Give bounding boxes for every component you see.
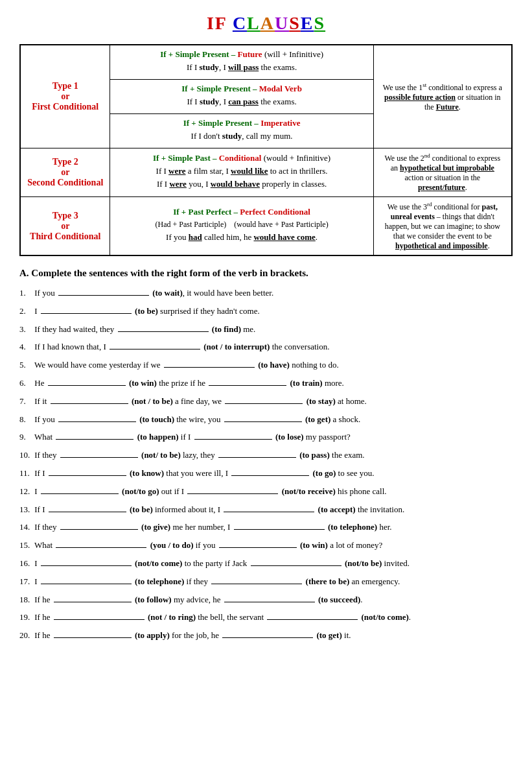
type1-desc: We use the 1st conditional to express a … <box>373 45 512 148</box>
grammar-table: Type 1orFirst Conditional If + Simple Pr… <box>19 44 513 256</box>
list-item: 7. If it (not / to be) a fine day, we (t… <box>19 395 513 409</box>
list-item: 9. What (to happen) if I (to lose) my pa… <box>19 431 513 444</box>
list-item: 4. If I had known that, I (not / to inte… <box>19 340 513 354</box>
type3-desc: We use the 3rd conditional for past, unr… <box>373 197 512 256</box>
list-item: 8. If you (to touch) the wire, you (to g… <box>19 413 513 427</box>
type3-cell: Type 3orThird Conditional <box>20 197 110 256</box>
list-item: 13. If I (to be) informed about it, I (t… <box>19 503 513 517</box>
type1-formula3: If + Simple Present – Imperative If I do… <box>110 114 373 148</box>
exercise-list: 1. If you (to wait), it would have been … <box>19 287 513 643</box>
type2-desc: We use the 2nd conditional to express an… <box>373 148 512 197</box>
type1-formula1: If + Simple Present – Future (will + Inf… <box>110 45 373 80</box>
list-item: 14. If they (to give) me her number, I (… <box>19 521 513 534</box>
type3-formula: If + Past Perfect – Perfect Conditional … <box>110 197 373 256</box>
type1-formula2: If + Simple Present – Modal Verb If I st… <box>110 80 373 114</box>
list-item: 20. If he (to apply) for the job, he (to… <box>19 629 513 643</box>
type2-cell: Type 2orSecond Conditional <box>20 148 110 197</box>
list-item: 16. I (not/to come) to the party if Jack… <box>19 557 513 571</box>
list-item: 19. If he (not / to ring) the bell, the … <box>19 611 513 624</box>
type2-formula: If + Simple Past – Conditional (would + … <box>110 148 373 197</box>
list-item: 17. I (to telephone) if they (there to b… <box>19 575 513 589</box>
list-item: 11. If I (to know) that you were ill, I … <box>19 467 513 480</box>
list-item: 5. We would have come yesterday if we (t… <box>19 359 513 372</box>
list-item: 2. I (to be) surprised if they hadn't co… <box>19 305 513 318</box>
list-item: 12. I (not/to go) out if I (not/to recei… <box>19 485 513 499</box>
exercise-title: A. Complete the sentences with the right… <box>19 268 513 279</box>
list-item: 18. If he (to follow) my advice, he (to … <box>19 593 513 607</box>
list-item: 1. If you (to wait), it would have been … <box>19 287 513 300</box>
list-item: 3. If they had waited, they (to find) me… <box>19 323 513 337</box>
page-title: IF CLAUSES <box>19 13 513 34</box>
list-item: 15. What (you / to do) if you (to win) a… <box>19 539 513 552</box>
list-item: 10. If they (not/ to be) lazy, they (to … <box>19 449 513 462</box>
list-item: 6. He (to win) the prize if he (to train… <box>19 377 513 390</box>
type1-cell: Type 1orFirst Conditional <box>20 45 110 148</box>
